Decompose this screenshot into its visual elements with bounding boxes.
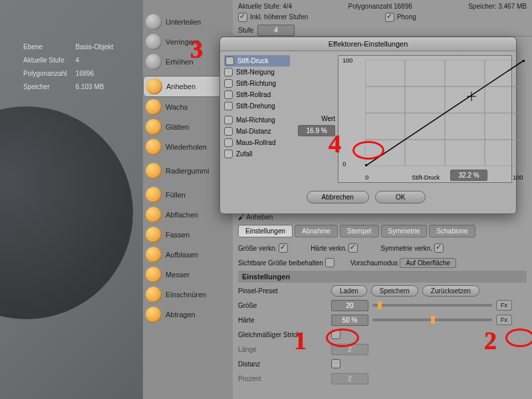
brush-title: Anheben [246, 213, 273, 221]
dialog-title: Effektoren-Einstellungen [220, 37, 516, 51]
haerte-field[interactable]: 50 % [331, 315, 368, 326]
symm-verkn-checkbox[interactable] [434, 243, 444, 253]
speichern-button[interactable]: Speichern [371, 285, 418, 297]
smooth-icon [146, 119, 162, 135]
flatten-icon [146, 207, 162, 223]
tab-symmetrie[interactable]: Symmetrie [381, 225, 428, 237]
groesse-slider[interactable] [372, 304, 492, 307]
cancel-button[interactable]: Abbrechen [307, 191, 369, 203]
groesse-verkn-checkbox[interactable] [279, 243, 288, 253]
eraser-icon [146, 163, 162, 179]
pull-icon [146, 78, 162, 94]
inkl-checkbox[interactable] [238, 13, 247, 22]
effektor-curve[interactable]: 100 0 0 Stift-Druck 32.2 % 100 [338, 55, 512, 183]
opt-zufall[interactable]: Zufall [224, 148, 290, 160]
annotation-4-circle [352, 141, 384, 160]
grab-icon [146, 227, 162, 243]
haerte-fx-button[interactable]: Fx [496, 315, 512, 325]
vorschau-dropdown[interactable]: Auf Oberfläche [400, 258, 456, 268]
svg-rect-12 [523, 60, 525, 62]
groesse-field[interactable]: 20 [331, 300, 368, 311]
haerte-slider[interactable] [372, 319, 492, 321]
haerte-verkn-checkbox[interactable] [348, 243, 358, 253]
decrease-icon [146, 34, 162, 50]
opt-maus-rollrad[interactable]: Maus-Rollrad [224, 137, 290, 148]
ok-button[interactable]: OK [375, 191, 426, 203]
distanz-checkbox[interactable] [331, 359, 340, 368]
tab-einstellungen[interactable]: Einstellungen [238, 225, 293, 237]
tab-schablone[interactable]: Schablone [429, 225, 475, 237]
brush-settings: 🖌 Anheben Einstellungen Abnahme Stempel … [233, 209, 532, 390]
opt-stift-neigung[interactable]: Stift-Neigung [224, 66, 290, 78]
xaxis-field[interactable]: 32.2 % [450, 170, 487, 181]
phong-checkbox[interactable] [385, 13, 394, 22]
prozent-field: 2 [331, 373, 368, 384]
annotation-1-circle [326, 329, 359, 347]
annotation-3: 3 [190, 35, 203, 64]
stufe-field[interactable]: 4 [257, 25, 295, 36]
tool-fassen[interactable]: Fassen [143, 225, 233, 245]
repeat-icon [146, 139, 162, 155]
annotation-2-circle [505, 329, 532, 347]
knife-icon [146, 267, 162, 283]
hud-stats: EbeneBasis-Objekt Aktuelle Stufe4 Polygo… [21, 40, 115, 94]
fill-icon [146, 187, 162, 203]
reset-button[interactable]: Zurücksetzen [422, 285, 479, 297]
opt-stift-rollrad[interactable]: Stift-Rollrad [224, 89, 290, 100]
scrape-icon [146, 307, 162, 323]
sichtbare-checkbox[interactable] [325, 258, 334, 267]
increase-icon [146, 54, 162, 70]
effektor-options: Stift-Druck Stift-Neigung Stift-Richtung… [224, 55, 290, 183]
opt-mal-richtung[interactable]: Mal-Richtung [224, 114, 290, 126]
pinch-icon [146, 287, 162, 303]
opt-stift-drehung[interactable]: Stift-Drehung [224, 100, 290, 112]
tool-abtragen[interactable]: Abtragen [143, 305, 233, 325]
mesh-sphere [0, 106, 133, 319]
inflate-icon [146, 247, 162, 263]
subdivision-strip: Aktuelle Stufe: 4/4Polygonanzahl 16896Sp… [233, 0, 532, 37]
groesse-fx-button[interactable]: Fx [496, 300, 512, 311]
opt-mal-distanz[interactable]: Mal-Distanz [224, 126, 290, 137]
effektor-dialog: Effektoren-Einstellungen Stift-Druck Sti… [219, 37, 517, 214]
annotation-4: 4 [329, 129, 341, 158]
opt-stift-druck[interactable]: Stift-Druck [224, 55, 290, 66]
annotation-2: 2 [484, 326, 497, 355]
viewport-3d[interactable]: EbeneBasis-Objekt Aktuelle Stufe4 Polygo… [0, 0, 143, 399]
tool-einschnueren[interactable]: Einschnüren [143, 285, 233, 305]
subdivide-icon [146, 14, 162, 30]
tool-messer[interactable]: Messer [143, 265, 233, 285]
tool-unterteilen[interactable]: Unterteilen [143, 12, 233, 32]
annotation-1: 1 [294, 326, 307, 355]
wax-icon [146, 99, 162, 115]
laden-button[interactable]: Laden [331, 285, 367, 297]
tool-aufblasen[interactable]: Aufblasen [143, 245, 233, 265]
einstellungen-header: Einstellungen [238, 271, 527, 283]
tab-stempel[interactable]: Stempel [340, 225, 379, 237]
settings-tabs: Einstellungen Abnahme Stempel Symmetrie … [238, 225, 527, 237]
opt-stift-richtung[interactable]: Stift-Richtung [224, 78, 290, 89]
svg-rect-11 [365, 164, 367, 166]
tab-abnahme[interactable]: Abnahme [295, 225, 338, 237]
